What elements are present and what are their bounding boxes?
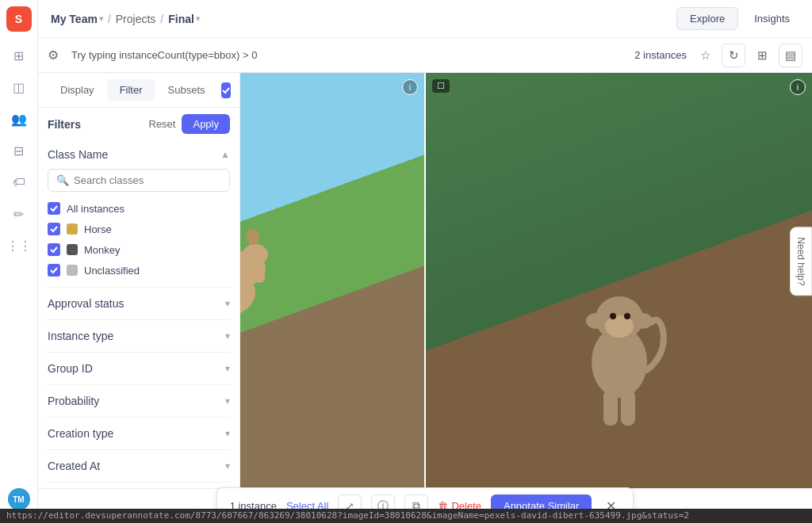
images-area: i <box>38 73 812 488</box>
probability-row[interactable]: Probability ▾ <box>48 384 230 417</box>
filter-panel: Display Filter Subsets Filters Reset App… <box>38 73 240 488</box>
class-label-unclassified: Unclassified <box>84 265 140 277</box>
sidebar-icon-grid[interactable]: ⊟ <box>5 136 33 165</box>
class-label-horse: Horse <box>84 223 112 235</box>
class-name-label: Class Name <box>48 148 108 161</box>
insights-button[interactable]: Insights <box>745 8 799 29</box>
list-view-icon[interactable]: ▤ <box>779 44 802 67</box>
svg-point-16 <box>624 313 630 319</box>
tab-display[interactable]: Display <box>48 79 107 101</box>
tab-filter[interactable]: Filter <box>107 79 155 101</box>
filterbar-actions: ☆ ↻ ⊞ ▤ <box>693 44 802 67</box>
class-item-monkey[interactable]: Monkey <box>48 239 230 260</box>
tab-subsets[interactable]: Subsets <box>155 79 218 101</box>
svg-rect-18 <box>621 390 635 426</box>
group-id-row[interactable]: Group ID ▾ <box>48 352 230 384</box>
topbar: My Team ▾ / Projects / Final ▾ Explore I… <box>38 0 812 38</box>
class-item-horse[interactable]: Horse <box>48 219 230 239</box>
checkbox-unclassified[interactable] <box>48 264 60 277</box>
image-info-btn-horse[interactable]: i <box>402 79 418 95</box>
apply-button[interactable]: Apply <box>182 114 230 134</box>
user-avatar[interactable]: TM <box>8 488 30 510</box>
filter-tabs: Display Filter Subsets <box>38 73 239 108</box>
grid-view-icon[interactable]: ⊞ <box>750 44 774 67</box>
created-at-chevron: ▾ <box>225 460 230 471</box>
group-id-label: Group ID <box>48 362 93 375</box>
breadcrumb-team[interactable]: My Team ▾ <box>51 13 103 25</box>
svg-point-14 <box>605 315 634 338</box>
search-icon: 🔍 <box>56 174 69 186</box>
checkbox-horse[interactable] <box>48 223 60 235</box>
sidebar-icon-pen[interactable]: ✏ <box>5 200 33 228</box>
instance-type-label: Instance type <box>48 330 113 342</box>
class-color-horse <box>67 223 78 235</box>
instance-type-row[interactable]: Instance type ▾ <box>48 319 230 352</box>
sidebar-icon-people[interactable]: 👥 <box>5 105 33 133</box>
sidebar-icon-layers[interactable]: ◫ <box>5 73 33 101</box>
breadcrumb-projects[interactable]: Projects <box>116 13 156 25</box>
sidebar-icon-dashboard[interactable]: ⊞ <box>5 41 33 70</box>
class-label-monkey: Monkey <box>84 244 121 256</box>
breadcrumb-sep2: / <box>160 13 163 25</box>
class-item-all[interactable]: All instances <box>48 198 230 219</box>
approval-status-row[interactable]: Approval status ▾ <box>48 287 230 319</box>
filter-query-text: Try typing instanceCount(type=bbox) > 0 <box>65 46 628 64</box>
creation-type-row[interactable]: Creation type ▾ <box>48 417 230 449</box>
filterbar: ⚙ Try typing instanceCount(type=bbox) > … <box>38 38 812 73</box>
image-checkbox-monkey[interactable]: ☐ <box>432 79 450 93</box>
filter-active-checkbox[interactable] <box>221 82 231 98</box>
sidebar-icon-apps[interactable]: ⋮⋮ <box>5 231 33 260</box>
main-area: i <box>38 73 812 488</box>
class-color-monkey <box>67 244 78 255</box>
creation-type-chevron: ▾ <box>225 428 230 439</box>
sidebar-icon-tag[interactable]: 🏷 <box>5 168 33 197</box>
creation-type-label: Creation type <box>48 427 113 440</box>
reset-button[interactable]: Reset <box>149 118 176 130</box>
class-search-box: 🔍 <box>48 169 230 192</box>
filter-actions: Filters Reset Apply <box>38 108 239 140</box>
breadcrumb-sep1: / <box>108 13 111 25</box>
updated-at-row[interactable]: Updated At ▾ <box>48 482 230 488</box>
filter-collapsibles: Approval status ▾ Instance type ▾ Group … <box>38 287 239 488</box>
image-card-monkey[interactable]: ☐ i <box>424 73 812 488</box>
need-help-button[interactable]: Need help? <box>790 227 812 296</box>
class-color-unclassified <box>67 265 78 276</box>
approval-status-label: Approval status <box>48 297 124 310</box>
filters-title: Filters <box>48 118 143 131</box>
star-icon[interactable]: ☆ <box>693 44 717 67</box>
class-name-section: Class Name ▲ 🔍 All instances <box>38 140 239 287</box>
instance-count-badge: 2 instances <box>634 49 687 61</box>
checkbox-all[interactable] <box>48 202 60 215</box>
svg-rect-17 <box>603 390 618 426</box>
svg-point-15 <box>610 313 616 319</box>
created-at-label: Created At <box>48 460 100 472</box>
instance-type-chevron: ▾ <box>225 330 230 342</box>
svg-point-12 <box>586 313 605 329</box>
class-item-unclassified[interactable]: Unclassified <box>48 260 230 281</box>
probability-chevron: ▾ <box>225 395 230 407</box>
class-name-header[interactable]: Class Name ▲ <box>48 140 230 169</box>
class-search-input[interactable] <box>74 174 221 186</box>
class-label-all: All instances <box>67 203 124 215</box>
refresh-icon[interactable]: ↻ <box>722 44 745 67</box>
breadcrumb-final[interactable]: Final ▾ <box>168 13 200 25</box>
created-at-row[interactable]: Created At ▾ <box>48 449 230 482</box>
approval-chevron: ▾ <box>225 298 230 309</box>
image-info-btn-monkey[interactable]: i <box>790 79 806 95</box>
class-name-chevron: ▲ <box>220 149 230 160</box>
sidebar: S ⊞ ◫ 👥 ⊟ 🏷 ✏ ⋮⋮ TM <box>0 0 38 523</box>
breadcrumb: My Team ▾ / Projects / Final ▾ <box>51 13 200 25</box>
filter-icon[interactable]: ⚙ <box>48 48 59 63</box>
app-logo[interactable]: S <box>6 6 32 32</box>
group-id-chevron: ▾ <box>225 363 230 374</box>
status-url-bar: https://editor.devsuperannotate.com/8773… <box>0 509 812 523</box>
svg-point-9 <box>247 229 259 245</box>
checkbox-monkey[interactable] <box>48 243 60 256</box>
explore-button[interactable]: Explore <box>676 7 738 30</box>
probability-label: Probability <box>48 395 99 407</box>
